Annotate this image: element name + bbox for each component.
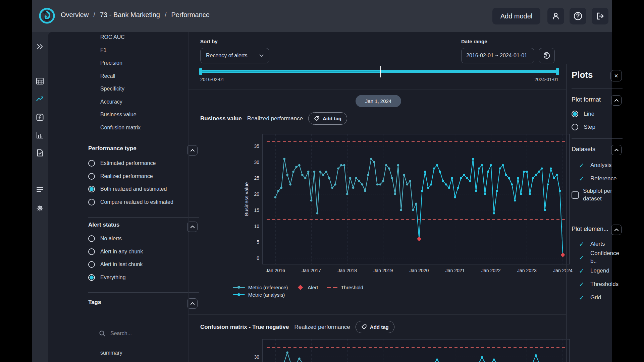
date-range-value: 2016-02-01 ~ 2024-01-01	[466, 53, 527, 59]
radio-option[interactable]: Realized performance	[88, 170, 199, 183]
slider-current-marker[interactable]	[380, 66, 381, 77]
checkbox-option[interactable]: ✓Legend	[572, 264, 625, 278]
svg-text:Jan 2021: Jan 2021	[445, 268, 465, 273]
radio-option[interactable]: Step	[572, 121, 625, 134]
legend-alert-swatch	[298, 285, 303, 290]
history-clock-icon	[543, 52, 551, 60]
sidebar-metric-item[interactable]: Business value	[64, 108, 185, 121]
function-icon	[36, 113, 44, 121]
nav-item-report[interactable]	[32, 149, 48, 157]
sidebar-metric-item[interactable]: Precision	[64, 57, 185, 70]
tag-list: summarymain	[64, 346, 175, 362]
confusion-matrix-chart[interactable]: 30	[229, 337, 591, 362]
svg-text:0: 0	[257, 255, 259, 261]
legend-item[interactable]: Threshold	[327, 285, 363, 290]
tags-search	[99, 330, 193, 337]
checkbox-option[interactable]: ✓Confidence b..	[572, 251, 625, 264]
checkbox-option[interactable]: ✓Thresholds	[572, 278, 625, 291]
document-check-icon	[36, 149, 44, 157]
sort-by-select[interactable]: Recency of alerts	[200, 48, 269, 63]
checkbox-label: Confidence b..	[590, 250, 625, 265]
checkmark-icon: ✓	[579, 162, 586, 169]
collapse-plot-elements-button[interactable]	[611, 225, 622, 235]
sidebar-metric-item[interactable]: F1	[64, 44, 185, 57]
radio-option[interactable]: Alert in any chunk	[88, 245, 199, 258]
close-plots-panel-button[interactable]: ×	[610, 70, 622, 81]
screen: Overview / 73 - Bank Marketing / Perform…	[0, 0, 644, 362]
breadcrumb-separator: /	[165, 11, 167, 19]
slider-handle-end[interactable]	[556, 68, 559, 75]
sidebar-metric-item[interactable]: Accuracy	[64, 96, 185, 109]
breadcrumb-item[interactable]: Overview	[61, 11, 89, 19]
radio-option[interactable]: Alert in last chunk	[88, 258, 199, 271]
sidebar-metric-item[interactable]: Confusion matrix	[64, 121, 185, 134]
nav-item-performance[interactable]	[32, 96, 48, 103]
radio-label: No alerts	[100, 236, 122, 242]
divider	[188, 89, 567, 89]
checkbox-option[interactable]: ✓Analysis	[572, 159, 625, 172]
radio-label: Step	[584, 124, 595, 130]
add-model-button[interactable]: Add model	[492, 8, 540, 24]
user-account-button[interactable]	[547, 8, 564, 24]
add-tag-button[interactable]: Add tag	[356, 321, 394, 333]
slider-handle-start[interactable]	[199, 68, 202, 75]
svg-text:15: 15	[254, 207, 259, 213]
nav-item-function[interactable]	[32, 113, 48, 121]
svg-text:30: 30	[254, 354, 259, 360]
bar-chart-icon	[36, 131, 44, 139]
collapse-datasets-button[interactable]	[611, 145, 622, 155]
trend-up-icon	[36, 96, 44, 103]
checkbox-option[interactable]: ✓Reference	[572, 172, 625, 185]
legend-row: Metric (analysis)	[233, 291, 363, 298]
content-surface: ROC AUCF1PrecisionRecallSpecificityAccur…	[48, 32, 612, 362]
sidebar-metric-item[interactable]: ROC AUC	[64, 34, 185, 44]
svg-text:Jan 2023: Jan 2023	[517, 268, 537, 273]
sort-by-label: Sort by	[200, 39, 218, 44]
tag-item[interactable]: main	[64, 359, 175, 362]
radio-option[interactable]: No alerts	[88, 232, 199, 245]
radio-option[interactable]: Estimated performance	[88, 157, 199, 170]
radio-option[interactable]: Both realized and estimated	[88, 183, 199, 196]
legend-item[interactable]: Alert	[297, 285, 318, 290]
radio-option[interactable]: Line	[572, 108, 625, 121]
chart1-title-row: Business value Realized performance Add …	[200, 112, 347, 125]
date-range-label: Date range	[461, 39, 487, 44]
radio-label: Compare realized to estimated	[100, 199, 173, 205]
reset-date-range-button[interactable]	[539, 48, 555, 63]
nav-item-logs[interactable]	[32, 186, 48, 193]
checkbox-option[interactable]: ✓Alerts	[572, 237, 625, 251]
nav-item-table[interactable]	[32, 77, 48, 85]
date-range-slider-track[interactable]	[200, 70, 558, 73]
svg-text:5: 5	[257, 239, 259, 245]
sidebar-metric-item[interactable]: Recall	[64, 70, 185, 83]
tag-icon	[314, 116, 320, 121]
add-tag-button[interactable]: Add tag	[308, 112, 347, 125]
tag-item[interactable]: summary	[64, 346, 175, 359]
logout-button[interactable]	[592, 8, 608, 24]
radio-option[interactable]: Compare realized to estimated	[88, 196, 199, 209]
gear-icon	[36, 204, 44, 213]
legend-item[interactable]: Metric (analysis)	[233, 292, 285, 298]
date-range-input[interactable]: 2016-02-01 ~ 2024-01-01	[461, 48, 534, 63]
nav-item-settings[interactable]	[32, 204, 48, 213]
checkmark-icon: ✓	[579, 267, 586, 275]
checkmark-icon: ✓	[579, 281, 586, 288]
checkbox-option[interactable]: ✓Grid	[572, 291, 625, 304]
sidebar-metric-item[interactable]: Specificity	[64, 82, 185, 96]
tags-search-input[interactable]	[110, 330, 183, 337]
app-logo-icon[interactable]	[38, 6, 56, 25]
divider	[88, 141, 199, 141]
nav-item-distribution[interactable]	[32, 131, 48, 139]
legend-item[interactable]: Metric (reference)	[233, 285, 288, 290]
expand-sidebar-button[interactable]	[32, 43, 48, 50]
collapse-plot-format-button[interactable]	[611, 95, 622, 106]
breadcrumb-item[interactable]: Performance	[171, 11, 210, 19]
chart2-subtitle: Realized performance	[294, 324, 350, 330]
radio-option[interactable]: Everything	[88, 271, 199, 284]
radio-icon	[88, 274, 95, 281]
business-value-chart[interactable]: 05101520253035Jan 2016Jan 2017Jan 2018Ja…	[229, 131, 591, 278]
section-title-performance-type: Performance type	[88, 145, 137, 152]
help-button[interactable]	[570, 8, 586, 24]
checkbox-option[interactable]: Subplot per dataset	[572, 185, 625, 205]
breadcrumb-item[interactable]: 73 - Bank Marketing	[100, 11, 160, 19]
